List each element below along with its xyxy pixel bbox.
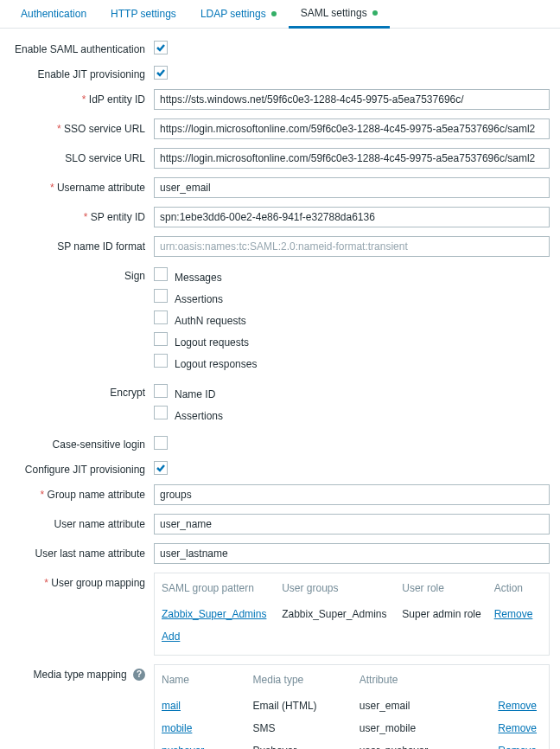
input-sp-entity[interactable] [154,207,550,227]
th-groups: User groups [282,579,402,603]
table-row: pushover Pushover user_pushover Remove [162,739,542,749]
checkbox-sign-logout-resp[interactable] [154,354,168,368]
status-dot-icon [271,11,277,16]
checkbox-sign-messages[interactable] [154,267,168,281]
help-icon[interactable]: ? [133,669,145,681]
label-group-name-attr: Group name attribute [9,484,154,501]
checkbox-encrypt-assertions[interactable] [154,406,168,419]
link-media-name[interactable]: pushover [162,745,204,749]
cb-label: Messages [175,272,222,284]
link-media-name[interactable]: mobile [162,722,192,734]
label-sso-url: SSO service URL [9,118,154,135]
cb-label: Assertions [175,410,223,422]
input-slo-url[interactable] [154,148,550,169]
label-user-name-attr: User name attribute [9,514,154,530]
checkbox-case-sensitive[interactable] [154,436,168,450]
th-pattern: SAML group pattern [162,579,282,603]
label-user-lastname-attr: User last name attribute [9,543,154,560]
tab-authentication[interactable]: Authentication [9,0,99,28]
cell-media-type: Email (HTML) [253,695,360,717]
label-sign: Sign [9,266,154,282]
tab-ldap-settings[interactable]: LDAP settings [188,0,289,28]
cb-label: Assertions [175,293,223,305]
input-username-attr[interactable] [154,177,550,198]
label-enable-saml: Enable SAML authentication [9,39,154,55]
checkbox-sign-logout-req[interactable] [154,332,168,346]
cell-media-attr: user_email [360,695,474,717]
input-group-name-attr[interactable] [154,484,550,505]
group-mapping-table: SAML group pattern User groups User role… [154,573,550,656]
label-username-attr: Username attribute [9,177,154,194]
label-media-type-mapping: Media type mapping ? [9,664,154,682]
label-idp-entity: IdP entity ID [9,89,154,106]
label-configure-jit: Configure JIT provisioning [9,459,154,476]
tab-http-settings[interactable]: HTTP settings [99,0,188,28]
input-user-name-attr[interactable] [154,514,550,535]
link-remove[interactable]: Remove [498,745,537,749]
cb-label: Name ID [175,388,215,400]
checkbox-enable-saml[interactable] [154,41,168,54]
label-sp-entity: SP entity ID [9,207,154,223]
cell-media-attr: user_pushover [360,739,474,749]
cell-media-type: Pushover [253,739,360,749]
table-row: mobile SMS user_mobile Remove [162,717,542,739]
input-sp-nameid[interactable] [154,236,550,257]
table-row: mail Email (HTML) user_email Remove [162,695,542,717]
th-media-attr: Attribute [360,670,474,695]
cell-role: Super admin role [402,603,493,625]
link-remove[interactable]: Remove [498,700,537,712]
th-action: Action [494,579,542,603]
cb-label: AuthN requests [175,315,246,327]
input-sso-url[interactable] [154,118,550,139]
th-media-type: Media type [253,670,360,695]
th-media-name: Name [162,670,253,695]
checkbox-configure-jit[interactable] [154,461,168,475]
label-user-group-mapping: User group mapping [9,573,154,589]
input-user-lastname-attr[interactable] [154,543,550,564]
media-mapping-table: Name Media type Attribute mail Email (HT… [154,664,550,749]
status-dot-icon [372,10,378,16]
link-remove[interactable]: Remove [494,608,533,620]
input-idp-entity[interactable] [154,89,550,110]
checkbox-encrypt-nameid[interactable] [154,384,168,398]
cb-label: Logout requests [175,336,249,349]
link-media-name[interactable]: mail [162,700,181,712]
link-group-pattern[interactable]: Zabbix_Super_Admins [162,608,266,620]
link-remove[interactable]: Remove [498,722,537,734]
cb-label: Logout responses [175,358,257,370]
label-encrypt: Encrypt [9,382,154,399]
table-row: Zabbix_Super_Admins Zabbix_Super_Admins … [162,603,542,625]
label-enable-jit: Enable JIT provisioning [9,64,154,80]
th-role: User role [402,579,493,603]
label-slo-url: SLO service URL [9,148,154,164]
tabs-bar: Authentication HTTP settings LDAP settin… [0,0,560,29]
saml-form: Enable SAML authentication Enable JIT pr… [0,29,560,749]
label-sp-nameid: SP name ID format [9,236,154,253]
label-case-sensitive: Case-sensitive login [9,434,154,451]
cell-groups: Zabbix_Super_Admins [282,603,402,625]
cell-media-type: SMS [253,717,360,739]
checkbox-sign-assertions[interactable] [154,289,168,303]
link-add-group-mapping[interactable]: Add [162,631,180,643]
cell-media-attr: user_mobile [360,717,474,739]
checkbox-enable-jit[interactable] [154,66,168,80]
checkbox-sign-authn[interactable] [154,310,168,324]
tab-saml-settings[interactable]: SAML settings [289,0,390,29]
